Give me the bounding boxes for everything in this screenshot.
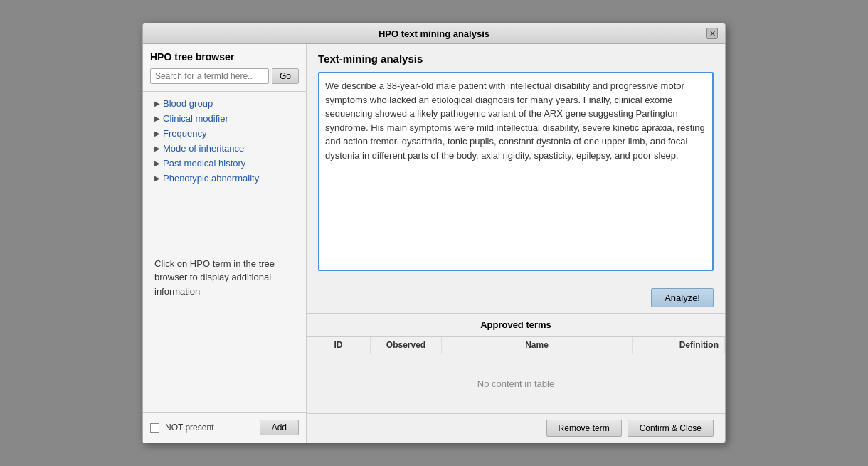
- left-panel-title: HPO tree browser: [150, 51, 299, 63]
- close-button[interactable]: ✕: [706, 28, 718, 39]
- remove-term-button[interactable]: Remove term: [546, 420, 622, 437]
- search-row: Go: [150, 68, 299, 84]
- confirm-close-button[interactable]: Confirm & Close: [628, 420, 714, 437]
- tree-arrow-icon: ▶: [154, 159, 160, 167]
- search-input[interactable]: [150, 68, 269, 84]
- tree-item[interactable]: ▶Past medical history: [143, 156, 306, 171]
- right-top: Text-mining analysis: [307, 44, 725, 282]
- tree-item[interactable]: ▶Blood group: [143, 96, 306, 111]
- analyze-row: Analyze!: [307, 282, 725, 314]
- right-panel: Text-mining analysis Analyze! Approved t…: [307, 44, 725, 443]
- left-panel-info: Click on HPO term in the tree browser to…: [143, 245, 306, 413]
- table-body: No content in table: [307, 354, 725, 413]
- table-header: ID Observed Name Definition: [307, 337, 725, 354]
- tree-list: ▶Blood group▶Clinical modifier▶Frequency…: [143, 92, 306, 245]
- left-panel: HPO tree browser Go ▶Blood group▶Clinica…: [143, 44, 307, 443]
- add-button[interactable]: Add: [260, 420, 299, 435]
- left-panel-top: HPO tree browser Go: [143, 44, 306, 92]
- dialog-titlebar: HPO text mining analysis ✕: [143, 23, 725, 44]
- tree-item[interactable]: ▶Mode of inheritance: [143, 141, 306, 156]
- text-mining-textarea[interactable]: [318, 72, 714, 271]
- col-name: Name: [442, 337, 633, 354]
- not-present-label: NOT present: [165, 423, 213, 433]
- col-id: ID: [307, 337, 371, 354]
- analyze-button[interactable]: Analyze!: [651, 288, 714, 307]
- approved-title: Approved terms: [307, 314, 725, 337]
- tree-arrow-icon: ▶: [154, 144, 160, 152]
- col-definition: Definition: [633, 337, 725, 354]
- tree-arrow-icon: ▶: [154, 115, 160, 122]
- empty-table-message: No content in table: [477, 378, 554, 389]
- tree-arrow-icon: ▶: [154, 100, 160, 107]
- tree-arrow-icon: ▶: [154, 174, 160, 182]
- col-observed: Observed: [371, 337, 442, 354]
- section-title: Text-mining analysis: [318, 53, 714, 65]
- bottom-buttons: Remove term Confirm & Close: [307, 413, 725, 443]
- tree-arrow-icon: ▶: [154, 129, 160, 137]
- tree-item[interactable]: ▶Phenotypic abnormality: [143, 171, 306, 186]
- approved-section: Approved terms ID Observed Name Definiti…: [307, 314, 725, 413]
- info-text: Click on HPO term in the tree browser to…: [154, 257, 295, 299]
- dialog-body: HPO tree browser Go ▶Blood group▶Clinica…: [143, 44, 725, 443]
- left-panel-bottom: NOT present Add: [143, 412, 306, 443]
- tree-item[interactable]: ▶Frequency: [143, 126, 306, 141]
- tree-item[interactable]: ▶Clinical modifier: [143, 111, 306, 126]
- go-button[interactable]: Go: [272, 68, 299, 84]
- hpo-dialog: HPO text mining analysis ✕ HPO tree brow…: [142, 23, 726, 443]
- not-present-checkbox[interactable]: [150, 423, 159, 433]
- dialog-title: HPO text mining analysis: [162, 28, 706, 39]
